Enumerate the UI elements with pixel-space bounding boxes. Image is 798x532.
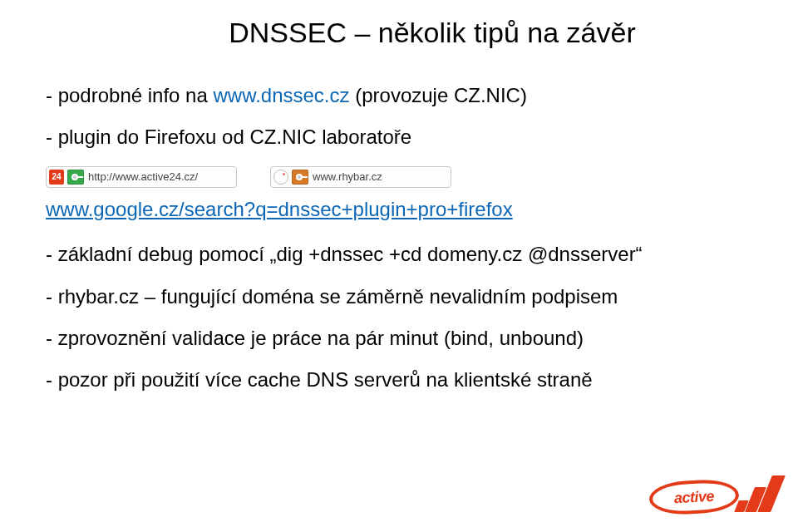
text: - podrobné info na [46, 84, 213, 106]
link-query: ?q=dnssec+plugin+pro+firefox [244, 198, 513, 220]
url-text: http://www.active24.cz/ [88, 170, 198, 183]
link-host: www.google.cz/search [46, 198, 244, 220]
active24-logo: active [649, 475, 778, 519]
url-text: www.rhybar.cz [313, 170, 382, 183]
bullet-rhybar: - rhybar.cz – fungující doména se záměrn… [46, 283, 752, 310]
google-search-link[interactable]: www.google.cz/search?q=dnssec+plugin+pro… [46, 198, 513, 220]
logo-text: active [673, 487, 714, 506]
bullet-cache-warning: - pozor při použití více cache DNS serve… [46, 367, 752, 393]
logo-oval-icon: active [648, 478, 740, 516]
urlbar-invalid: www.rhybar.cz [270, 166, 451, 188]
slide: DNSSEC – několik tipů na závěr - podrobn… [0, 0, 798, 394]
dnssec-link: www.dnssec.cz [213, 84, 349, 106]
bullet-dig: - základní debug pomocí „dig +dnssec +cd… [46, 241, 752, 268]
dnssec-valid-key-icon [67, 170, 84, 185]
search-link-line: www.google.cz/search?q=dnssec+plugin+pro… [46, 196, 752, 223]
urlbar-valid: 24 http://www.active24.cz/ [46, 166, 237, 188]
favicon-generic-icon [273, 170, 288, 185]
dnssec-invalid-key-icon [292, 170, 308, 185]
bullet-plugin: - plugin do Firefoxu od CZ.NIC laboratoř… [46, 124, 752, 150]
favicon-active24-icon: 24 [49, 170, 64, 185]
urlbar-examples: 24 http://www.active24.cz/ www.rhybar.cz [46, 166, 752, 188]
bullet-validation: - zprovoznění validace je práce na pár m… [46, 325, 752, 352]
text: (provozuje CZ.NIC) [350, 84, 527, 106]
bullet-info: - podrobné info na www.dnssec.cz (provoz… [46, 82, 752, 109]
logo-bars-icon [733, 475, 778, 519]
slide-title: DNSSEC – několik tipů na závěr [112, 17, 752, 49]
